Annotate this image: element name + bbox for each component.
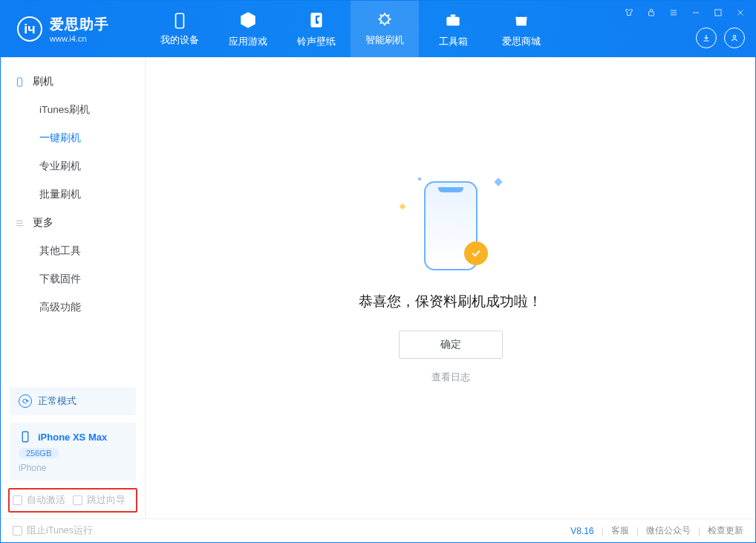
svg-rect-7 xyxy=(17,77,22,85)
view-log-link[interactable]: 查看日志 xyxy=(431,371,470,384)
device-subtype: iPhone xyxy=(19,463,127,473)
flash-options-highlight: 自动激活 跳过向导 xyxy=(8,488,137,513)
checkbox-skip-guide[interactable]: 跳过向导 xyxy=(73,494,126,507)
menu-icon[interactable] xyxy=(668,7,680,19)
device-mode-label: 正常模式 xyxy=(38,394,76,408)
check-icon xyxy=(464,241,488,265)
download-icon[interactable] xyxy=(696,27,717,48)
tab-apps-games[interactable]: 应用游戏 xyxy=(214,1,282,57)
device-capacity: 256GB xyxy=(19,448,59,458)
svg-rect-5 xyxy=(715,10,721,16)
sidebar-item-oneclick-flash[interactable]: 一键刷机 xyxy=(1,124,145,152)
app-name: 爱思助手 xyxy=(50,15,109,34)
sidebar-group-more: 更多 xyxy=(1,209,145,237)
user-icon[interactable] xyxy=(724,27,745,48)
svg-point-6 xyxy=(733,36,736,39)
app-url: www.i4.cn xyxy=(50,34,109,43)
device-name: iPhone XS Max xyxy=(38,432,107,443)
svg-rect-4 xyxy=(649,12,654,16)
wechat-link[interactable]: 微信公众号 xyxy=(646,524,691,537)
svg-rect-2 xyxy=(446,16,459,25)
mode-icon: ⟳ xyxy=(19,394,32,408)
main-tabs: 我的设备 应用游戏 铃声壁纸 智能刷机 工具箱 爱思商城 xyxy=(146,1,555,57)
checkbox-stop-itunes[interactable]: 阻止iTunes运行 xyxy=(13,524,93,537)
checkbox-icon xyxy=(73,495,82,505)
checkbox-auto-activate[interactable]: 自动激活 xyxy=(13,494,65,507)
sidebar-item-itunes-flash[interactable]: iTunes刷机 xyxy=(1,96,145,124)
svg-rect-8 xyxy=(22,432,28,442)
flash-result: 恭喜您，保资料刷机成功啦！ 确定 查看日志 xyxy=(359,170,542,384)
logo-icon: iч xyxy=(17,16,42,42)
sidebar-item-download-firmware[interactable]: 下载固件 xyxy=(1,265,145,293)
main-content: 恭喜您，保资料刷机成功啦！ 确定 查看日志 xyxy=(146,57,755,518)
tab-my-device[interactable]: 我的设备 xyxy=(146,1,214,57)
checkbox-icon xyxy=(13,495,22,505)
lock-icon[interactable] xyxy=(645,7,657,19)
window-controls xyxy=(614,1,755,25)
tab-toolbox[interactable]: 工具箱 xyxy=(419,1,487,57)
device-card[interactable]: iPhone XS Max 256GB iPhone xyxy=(10,423,136,481)
device-mode-card[interactable]: ⟳ 正常模式 xyxy=(10,387,136,415)
sidebar: 刷机 iTunes刷机 一键刷机 专业刷机 批量刷机 更多 其他工具 下载固件 … xyxy=(1,57,146,518)
ok-button[interactable]: 确定 xyxy=(399,331,503,359)
svg-rect-3 xyxy=(451,14,456,16)
version-label: V8.16 xyxy=(570,526,593,536)
sidebar-item-advanced[interactable]: 高级功能 xyxy=(1,293,145,322)
sidebar-item-other-tools[interactable]: 其他工具 xyxy=(1,237,145,265)
sidebar-group-flash: 刷机 xyxy=(1,68,145,96)
tab-smart-flash[interactable]: 智能刷机 xyxy=(351,1,419,57)
sidebar-item-batch-flash[interactable]: 批量刷机 xyxy=(1,181,145,209)
sidebar-item-pro-flash[interactable]: 专业刷机 xyxy=(1,152,145,181)
body: 刷机 iTunes刷机 一键刷机 专业刷机 批量刷机 更多 其他工具 下载固件 … xyxy=(1,57,755,518)
success-illustration xyxy=(377,170,525,282)
tshirt-icon[interactable] xyxy=(623,7,635,19)
logo[interactable]: iч 爱思助手 www.i4.cn xyxy=(1,1,146,57)
maximize-icon[interactable] xyxy=(712,7,724,19)
tab-store[interactable]: 爱思商城 xyxy=(487,1,555,57)
phone-icon xyxy=(19,430,32,443)
app-window: iч 爱思助手 www.i4.cn 我的设备 应用游戏 铃声壁纸 智能刷机 xyxy=(0,0,756,543)
close-icon[interactable] xyxy=(734,7,746,19)
support-link[interactable]: 客服 xyxy=(611,524,629,537)
checkbox-icon xyxy=(13,526,22,536)
title-bar: iч 爱思助手 www.i4.cn 我的设备 应用游戏 铃声壁纸 智能刷机 xyxy=(1,1,755,57)
status-bar: 阻止iTunes运行 V8.16 | 客服 | 微信公众号 | 检查更新 xyxy=(1,518,755,542)
tab-ringtones-wallpapers[interactable]: 铃声壁纸 xyxy=(282,1,351,57)
success-message: 恭喜您，保资料刷机成功啦！ xyxy=(359,292,542,311)
minimize-icon[interactable] xyxy=(690,7,702,19)
check-update-link[interactable]: 检查更新 xyxy=(708,524,743,537)
svg-rect-0 xyxy=(176,13,184,28)
